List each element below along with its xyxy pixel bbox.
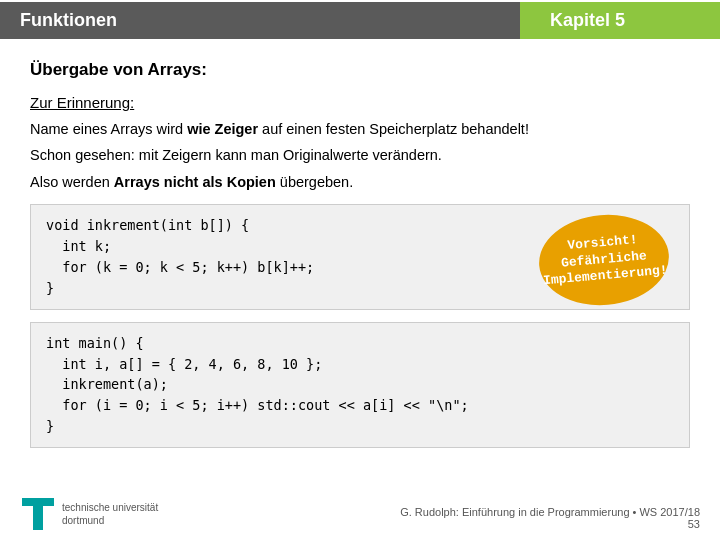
text-line-2: Schon gesehen: mit Zeigern kann man Orig… [30,145,690,165]
tu-logo-line2: dortmund [62,514,158,527]
section-title: Übergabe von Arrays: [30,60,690,80]
header-title: Funktionen [0,2,520,39]
tu-logo-line1: technische universität [62,501,158,514]
footer-logo: technische universität dortmund [20,496,158,532]
subtitle: Zur Erinnerung: [30,94,690,111]
footer-text: G. Rudolph: Einführung in die Programmie… [400,506,700,518]
svg-rect-1 [33,506,43,530]
code-block-2: int main() { int i, a[] = { 2, 4, 6, 8, … [30,322,690,449]
text-line-1: Name eines Arrays wird wie Zeiger auf ei… [30,119,690,139]
footer-page: 53 [400,518,700,530]
main-content: Übergabe von Arrays: Zur Erinnerung: Nam… [0,40,720,472]
code-text-2: int main() { int i, a[] = { 2, 4, 6, 8, … [46,333,674,438]
tu-logo-text: technische universität dortmund [62,501,158,527]
header: Funktionen Kapitel 5 [0,0,720,40]
tu-logo-icon [20,496,56,532]
header-chapter: Kapitel 5 [520,2,720,39]
text-line-3: Also werden Arrays nicht als Kopien über… [30,172,690,192]
code-block-1: void inkrement(int b[]) { int k; for (k … [30,204,690,310]
svg-rect-0 [22,498,54,506]
footer: G. Rudolph: Einführung in die Programmie… [400,506,700,530]
